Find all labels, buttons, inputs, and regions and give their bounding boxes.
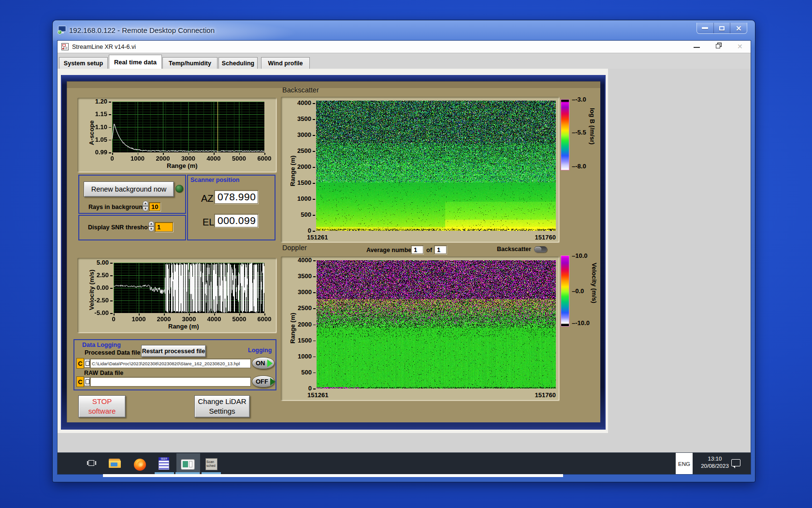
tab-strip: System setup Real time data Temp/humidit… [58,53,751,69]
raw-browse-icon[interactable] [84,377,90,386]
y-tick-mark [313,167,315,168]
average-number-value[interactable]: 1 [411,245,423,254]
notification-icon[interactable] [731,459,740,466]
backscatter-toggle[interactable] [534,246,547,253]
y-tick-mark [313,325,316,326]
minimize-icon [702,27,708,29]
y-tick-mark [313,388,316,389]
processed-path-field[interactable]: C:\Lidar\Data\Proc\2023\202308\20230820\… [90,359,251,368]
x-tick-mark [239,314,240,315]
file-explorer-icon[interactable] [109,459,121,468]
y-tick-mark [109,152,111,153]
y-tick-label: 0.00 [85,284,109,291]
raw-off-toggle[interactable]: OFF [252,375,275,388]
bsc-cb-tick-top: –-3.0 [572,96,586,103]
processed-browse-icon[interactable] [84,359,90,368]
x-tick-mark [114,314,115,315]
processed-on-toggle[interactable]: ON [252,357,275,369]
dop-cb-tick-mid: –0.0 [572,287,584,295]
rdp-maximize-button[interactable] [714,23,731,33]
tab-page: A-scope Range (m) 1.201.151.101.050.9901… [58,69,608,433]
az-value[interactable]: 078.990 [214,190,258,204]
y-tick-mark [110,300,113,301]
x-tick-label: 6000 [252,155,276,162]
stop-software-button[interactable]: STOPsoftware [78,395,126,418]
scan-scheduler-icon[interactable]: Scan sched [205,458,218,470]
rays-value[interactable]: 10 [149,202,160,211]
tab-temp-humidity[interactable]: Temp/humidity [162,57,218,69]
y-tick-mark [313,341,316,342]
x-tick-mark [214,153,215,155]
y-tick-label: 2000 [287,163,311,170]
terminal-app-icon[interactable]: SEER [159,457,169,470]
app-restore-icon[interactable] [716,44,720,48]
raw-path-field[interactable] [90,377,251,387]
data-logging-group: Data Logging Processed Data file Restart… [73,339,276,390]
y-tick-label: 4000 [288,256,312,264]
y-tick-mark [313,151,315,152]
az-label: AZ [201,193,214,204]
rays-spinner[interactable]: ▲▼ [143,201,148,211]
doppler-graph-panel: Range (m) 151261 151760 4000350030002500… [281,256,559,401]
x-tick-mark [189,314,190,315]
tab-wind-profile[interactable]: Wind profile [261,57,310,69]
processed-drive[interactable]: C [76,358,84,369]
tab-scheduling[interactable]: Scheduling [218,57,258,69]
y-tick-label: 2000 [288,321,312,328]
backscatter-x-start: 151261 [307,234,328,241]
streamline-app-icon[interactable] [181,460,194,469]
app-title: StreamLine XR v14-6.vi [72,44,136,50]
average-total-value[interactable]: 1 [434,245,447,254]
ascope-plot [112,102,264,152]
x-tick-mark [214,314,215,315]
y-tick-mark [110,275,113,276]
close-icon: ✕ [736,25,742,32]
firefox-icon[interactable] [134,459,146,471]
task-view-icon[interactable] [87,460,98,467]
y-tick-label: 1.05 [83,136,107,143]
y-tick-label: 3000 [287,131,311,138]
velocity-graph-panel: Velocity (m/s) Range (m) 5.002.500.00-2.… [77,258,276,333]
el-value[interactable]: 000.099 [214,214,258,227]
snr-spinner[interactable]: ▲▼ [148,221,154,232]
x-tick-label: 2000 [151,155,175,162]
renew-background-group: Renew background now Rays in background … [78,175,186,214]
doppler-plot [317,260,556,388]
rdp-minimize-button[interactable] [697,23,714,33]
app-close-icon[interactable]: ✕ [737,43,743,50]
raw-drive[interactable]: C [76,376,84,387]
change-lidar-settings-button[interactable]: Change LiDARSettings [194,395,250,418]
x-tick-label: 0 [102,315,126,323]
on-label: ON [256,359,265,367]
restart-processed-button[interactable]: Restart processed file [141,345,206,357]
y-tick-label: 5.00 [85,259,109,266]
bsc-cb-label: log B (/m/sr) [589,108,596,161]
dop-cb-tick-top: –10.0 [572,252,588,259]
y-tick-label: 1500 [287,179,311,186]
y-tick-label: 500 [288,369,312,376]
y-tick-mark [313,231,315,232]
y-tick-label: 0 [288,385,312,392]
y-tick-mark [109,114,111,115]
rdp-close-button[interactable]: ✕ [730,23,747,33]
rdp-titlebar[interactable]: 192.168.0.122 - Remote Desktop Connectio… [53,20,755,41]
tab-real-time-data[interactable]: Real time data [109,55,162,69]
doppler-colorbar [561,255,569,327]
x-tick-label: 4000 [202,315,226,323]
app-minimize-icon[interactable] [694,47,700,48]
language-indicator[interactable]: ENG [676,453,693,474]
average-number-label: Average number [366,247,414,254]
y-tick-label: 1.15 [83,110,107,118]
y-tick-mark [313,183,315,184]
y-tick-label: 2500 [288,304,312,312]
clock[interactable]: 13:10 20/08/2023 [696,455,733,470]
snr-value[interactable]: 1 [155,222,173,232]
tab-system-setup[interactable]: System setup [59,57,108,69]
rays-label: Rays in background [88,204,146,210]
y-tick-label: 1.10 [83,123,107,131]
y-tick-mark [110,263,113,264]
y-tick-mark [313,308,316,309]
app-titlebar[interactable]: StreamLine XR v14-6.vi ✕ [58,41,751,53]
y-tick-label: 0 [287,227,311,234]
renew-background-button[interactable]: Renew background now [84,181,174,197]
